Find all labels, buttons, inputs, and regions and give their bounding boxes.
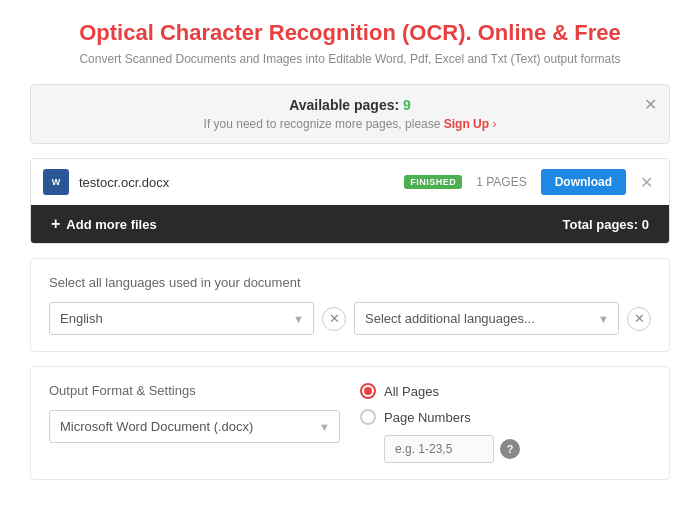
all-pages-radio[interactable]	[360, 383, 376, 399]
all-pages-radio-row: All Pages	[360, 383, 651, 399]
all-pages-label: All Pages	[384, 384, 439, 399]
page-numbers-radio-row: Page Numbers	[360, 409, 651, 425]
add-files-label: Add more files	[66, 217, 156, 232]
signup-arrow-icon: ›	[492, 117, 496, 131]
available-count: 9	[403, 97, 411, 113]
signup-link[interactable]: Sign Up	[444, 117, 489, 131]
output-format-wrapper: Microsoft Word Document (.docx) ▼	[49, 410, 340, 443]
close-panel-icon[interactable]: ✕	[644, 95, 657, 114]
file-type-icon: W	[43, 169, 69, 195]
secondary-language-select[interactable]: Select additional languages...	[354, 302, 619, 335]
signup-prompt: If you need to recognize more pages, ple…	[49, 117, 651, 131]
download-button[interactable]: Download	[541, 169, 626, 195]
add-files-bar: + Add more files Total pages: 0	[31, 205, 669, 243]
output-inner: Output Format & Settings Microsoft Word …	[49, 383, 651, 463]
page-numbers-input[interactable]	[384, 435, 494, 463]
output-section: Output Format & Settings Microsoft Word …	[30, 366, 670, 480]
clear-primary-language-button[interactable]: ✕	[322, 307, 346, 331]
plus-icon: +	[51, 215, 60, 233]
available-panel: ✕ Available pages: 9 If you need to reco…	[30, 84, 670, 144]
language-row: English ▼ ✕ Select additional languages.…	[49, 302, 651, 335]
file-status-badge: FINISHED	[404, 175, 462, 189]
output-format-left: Output Format & Settings Microsoft Word …	[49, 383, 340, 443]
file-item: W testocr.ocr.docx FINISHED 1 PAGES Down…	[31, 159, 669, 205]
secondary-language-wrapper: Select additional languages... ▼	[354, 302, 619, 335]
file-remove-icon[interactable]: ✕	[636, 171, 657, 194]
primary-language-wrapper: English ▼	[49, 302, 314, 335]
page-numbers-radio[interactable]	[360, 409, 376, 425]
file-name: testocr.ocr.docx	[79, 175, 404, 190]
file-pages: 1 PAGES	[476, 175, 526, 189]
output-pages-right: All Pages Page Numbers ?	[360, 383, 651, 463]
language-section: Select all languages used in your docume…	[30, 258, 670, 352]
file-list-area: W testocr.ocr.docx FINISHED 1 PAGES Down…	[30, 158, 670, 244]
total-pages: Total pages: 0	[563, 217, 649, 232]
clear-secondary-language-button[interactable]: ✕	[627, 307, 651, 331]
output-format-label: Output Format & Settings	[49, 383, 340, 398]
add-more-files-button[interactable]: + Add more files	[51, 215, 157, 233]
help-button[interactable]: ?	[500, 439, 520, 459]
page-numbers-label: Page Numbers	[384, 410, 471, 425]
primary-language-select[interactable]: English	[49, 302, 314, 335]
output-format-select[interactable]: Microsoft Word Document (.docx)	[49, 410, 340, 443]
available-pages-text: Available pages: 9	[49, 97, 651, 113]
page-numbers-input-row: ?	[384, 435, 651, 463]
page-subtitle: Convert Scanned Documents and Images int…	[30, 52, 670, 66]
language-section-label: Select all languages used in your docume…	[49, 275, 651, 290]
page-title: Optical Character Recognition (OCR). Onl…	[30, 20, 670, 46]
